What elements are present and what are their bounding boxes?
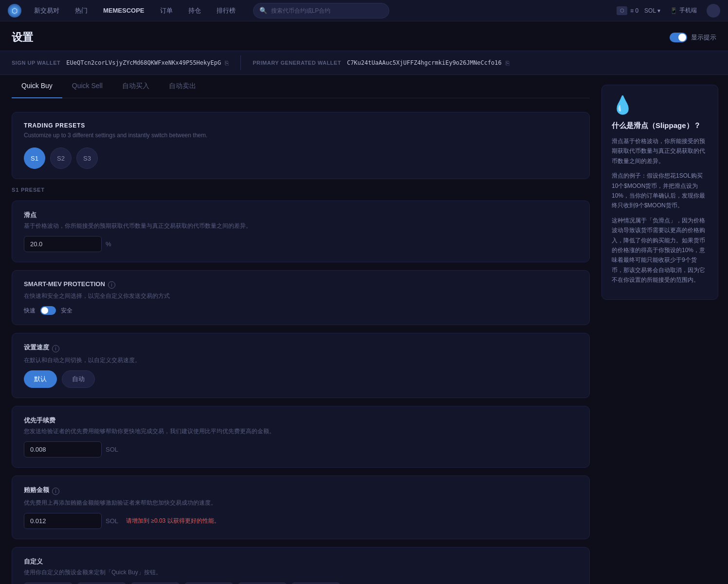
- info-card: 💧 什么是滑点（Slippage）？ 滑点基于价格波动，你所能接受的预期获取代币…: [601, 85, 718, 300]
- custom-section: 自定义 使用你自定义的预设金额来定制「Quick Buy」按钮。 ≡ 0.25 …: [12, 547, 590, 584]
- search-box[interactable]: 🔍: [253, 3, 389, 18]
- priority-fee-input[interactable]: [24, 441, 102, 457]
- bribe-hint: 请增加到 ≥0.03 以获得更好的性能。: [126, 517, 220, 525]
- page-title: 设置: [12, 30, 33, 45]
- wallet-divider: [240, 55, 241, 70]
- mobile-icon: 📱: [670, 7, 677, 14]
- info-card-title: 什么是滑点（Slippage）？: [612, 121, 708, 130]
- tab-auto-buy[interactable]: 自动买入: [112, 75, 159, 98]
- tabs: Quick Buy Quick Sell 自动买入 自动卖出: [12, 75, 590, 98]
- bribe-section: 贿赂金额 i 优先费用上再添加贿赂金额能够激励验证者来帮助您加快交易成功的速度。…: [12, 475, 590, 539]
- wallet-icon: ⬡: [617, 6, 627, 15]
- mev-info-icon[interactable]: i: [108, 281, 115, 289]
- info-card-icon: 💧: [612, 95, 708, 115]
- trading-presets-section: TRADING PRESETS Customize up to 3 differ…: [12, 112, 590, 179]
- tab-auto-sell[interactable]: 自动卖出: [159, 75, 206, 98]
- mobile-label: 手机端: [679, 6, 697, 15]
- signup-wallet-address: EUeQTcn2corLVsjyZYcMd68QKWFxeNKx49P55Hek…: [66, 59, 221, 66]
- slippage-suffix: %: [106, 240, 111, 248]
- display-toggle-label: 显示提示: [691, 33, 716, 42]
- priority-fee-desc: 您发送给验证者的优先费用能够帮助你更快地完成交易，我们建议使用比平均优先费更高的…: [24, 427, 578, 436]
- speed-default-button[interactable]: 默认: [24, 370, 57, 388]
- mev-safe-label: 安全: [61, 307, 73, 315]
- nav-new-pair[interactable]: 新交易对: [31, 4, 62, 17]
- logo-icon[interactable]: ⬡: [8, 4, 21, 18]
- display-toggle[interactable]: 显示提示: [670, 33, 716, 42]
- speed-label: 设置速度: [24, 343, 49, 352]
- user-avatar[interactable]: [707, 4, 720, 18]
- primary-wallet-label: PRIMARY GENERATED WALLET: [253, 60, 341, 66]
- preset-s3-button[interactable]: S3: [76, 147, 98, 169]
- priority-fee-section: 优先手续费 您发送给验证者的优先费用能够帮助你更快地完成交易，我们建议使用比平均…: [12, 406, 590, 468]
- preset-s1-button[interactable]: S1: [24, 147, 45, 169]
- tab-quick-sell[interactable]: Quick Sell: [62, 75, 112, 98]
- priority-fee-label: 优先手续费: [24, 416, 578, 425]
- nav-orders[interactable]: 订单: [157, 4, 176, 17]
- sol-balance-value: ≡ 0: [630, 7, 638, 14]
- nav-memescope[interactable]: MEMESCOPE: [100, 5, 147, 16]
- search-input[interactable]: [271, 7, 383, 14]
- nav-positions[interactable]: 持仓: [185, 4, 204, 17]
- speed-desc: 在默认和自动之间切换，以自定义交易速度。: [24, 356, 578, 365]
- nav-hot[interactable]: 热门: [72, 4, 91, 17]
- slippage-input-row: %: [24, 236, 578, 252]
- info-card-text-0: 滑点基于价格波动，你所能接受的预期获取代币数量与真正交易获取的代币数量之间的差异…: [612, 136, 708, 166]
- topnav: ⬡ 新交易对 热门 MEMESCOPE 订单 持仓 排行榜 🔍 ⬡ ≡ 0 SO…: [0, 0, 728, 21]
- signup-wallet-copy-icon[interactable]: ⎘: [225, 59, 229, 67]
- speed-section: 设置速度 i 在默认和自动之间切换，以自定义交易速度。 默认 自动: [12, 333, 590, 398]
- content-area: Quick Buy Quick Sell 自动买入 自动卖出 TRADING P…: [0, 75, 728, 584]
- mev-section: SMART-MEV PROTECTION i 在快速和安全之间选择，以完全自定义…: [12, 270, 590, 325]
- bribe-input-row: SOL 请增加到 ≥0.03 以获得更好的性能。: [24, 513, 578, 529]
- mev-header: SMART-MEV PROTECTION i: [24, 280, 578, 290]
- custom-label: 自定义: [24, 557, 578, 566]
- slippage-desc: 基于价格波动，你所能接受的预期获取代币数量与真正交易获取的代币数量之间的差异。: [24, 221, 578, 230]
- slippage-section: 滑点 基于价格波动，你所能接受的预期获取代币数量与真正交易获取的代币数量之间的差…: [12, 201, 590, 262]
- right-panel: 💧 什么是滑点（Slippage）？ 滑点基于价格波动，你所能接受的预期获取代币…: [601, 75, 728, 584]
- mev-desc: 在快速和安全之间选择，以完全自定义你发送交易的方式: [24, 292, 578, 300]
- primary-wallet-copy-icon[interactable]: ⎘: [506, 59, 510, 67]
- mev-label: SMART-MEV PROTECTION: [24, 280, 105, 288]
- speed-auto-button[interactable]: 自动: [62, 370, 95, 388]
- speed-buttons: 默认 自动: [24, 370, 578, 388]
- bribe-input[interactable]: [24, 513, 102, 529]
- bribe-desc: 优先费用上再添加贿赂金额能够激励验证者来帮助您加快交易成功的速度。: [24, 498, 578, 507]
- mev-toggle-switch[interactable]: [40, 306, 56, 315]
- nav-leaderboard[interactable]: 排行榜: [214, 4, 238, 17]
- sol-balance[interactable]: ⬡ ≡ 0 SOL ▾: [617, 6, 660, 15]
- priority-fee-input-row: SOL: [24, 441, 578, 457]
- bribe-suffix: SOL: [106, 517, 118, 525]
- speed-header: 设置速度 i: [24, 343, 578, 354]
- display-toggle-switch[interactable]: [670, 33, 687, 42]
- bribe-header: 贿赂金额 i: [24, 486, 578, 496]
- primary-wallet-address: C7Ku24tUaAAuc5XjUFFZ4hgcrmkiEy9o26JMNeCc…: [347, 59, 502, 66]
- tab-quick-buy[interactable]: Quick Buy: [12, 75, 62, 98]
- preset-buttons: S1 S2 S3: [24, 147, 578, 169]
- preset-s2-button[interactable]: S2: [50, 147, 72, 169]
- page-header: 设置 显示提示: [0, 21, 728, 51]
- slippage-input[interactable]: [24, 236, 102, 252]
- slippage-label: 滑点: [24, 211, 578, 219]
- s1-preset-label: S1 PRESET: [12, 187, 590, 193]
- speed-info-icon[interactable]: i: [52, 345, 59, 352]
- main-panel: Quick Buy Quick Sell 自动买入 自动卖出 TRADING P…: [0, 75, 601, 584]
- bribe-label: 贿赂金额: [24, 486, 49, 494]
- trading-presets-desc: Customize up to 3 different settings and…: [24, 131, 578, 140]
- bribe-info-icon[interactable]: i: [52, 488, 59, 495]
- mev-toggle-row: 快速 安全: [24, 306, 578, 315]
- wallet-bar: SIGN UP WALLET EUeQTcn2corLVsjyZYcMd68QK…: [0, 51, 728, 75]
- mev-fast-label: 快速: [24, 307, 36, 315]
- sol-label: SOL ▾: [644, 7, 660, 14]
- info-card-text-1: 滑点的例子：假设你想花1SOL购买10个$MOON货币，并把滑点设为10%，当你…: [612, 171, 708, 211]
- info-card-text-2: 这种情况属于「负滑点」，因为价格波动导致该货币需要以更高的价格购入，降低了你的购…: [612, 216, 708, 285]
- trading-presets-title: TRADING PRESETS: [24, 122, 578, 129]
- mobile-button[interactable]: 📱 手机端: [670, 6, 697, 15]
- search-icon: 🔍: [259, 7, 267, 14]
- topnav-right: ⬡ ≡ 0 SOL ▾ 📱 手机端: [617, 4, 720, 18]
- custom-desc: 使用你自定义的预设金额来定制「Quick Buy」按钮。: [24, 568, 578, 577]
- priority-fee-suffix: SOL: [106, 446, 118, 453]
- signup-wallet-label: SIGN UP WALLET: [12, 60, 60, 66]
